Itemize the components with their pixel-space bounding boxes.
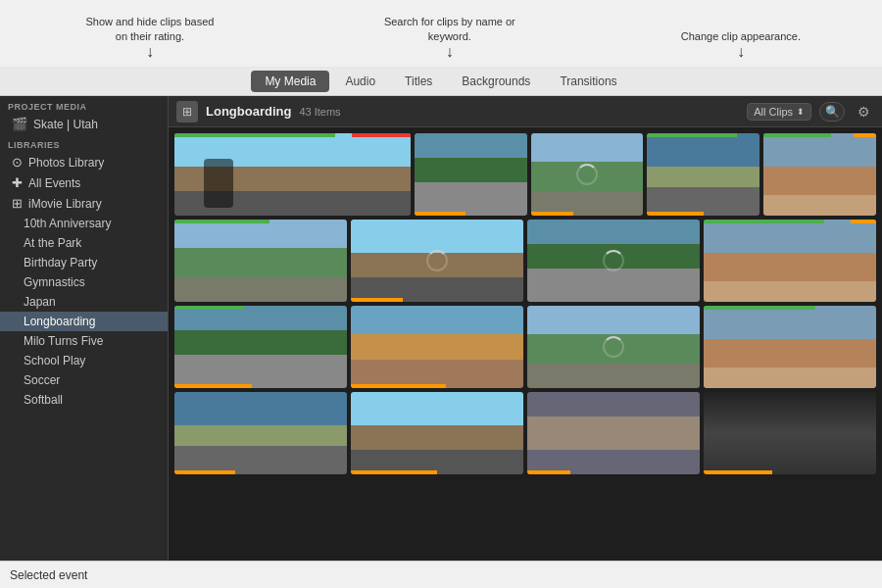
sidebar-item-soccer[interactable]: Soccer (0, 370, 168, 390)
sidebar-item-milo[interactable]: Milo Turns Five (0, 331, 168, 351)
annotation-appearance: Change clip appearance. ↓ (681, 29, 801, 61)
clips-filter-dropdown[interactable]: All Clips ⬍ (747, 103, 811, 121)
sidebar-birthday-label: Birthday Party (24, 256, 97, 270)
tab-backgrounds[interactable]: Backgrounds (448, 71, 544, 92)
chevron-up-down-icon: ⬍ (797, 107, 805, 117)
loading-spinner (576, 164, 598, 185)
sidebar-item-school-play[interactable]: School Play (0, 351, 168, 370)
annotation-appearance-text: Change clip appearance. (681, 29, 801, 43)
photos-icon: ⊙ (12, 155, 23, 170)
loading-spinner (603, 250, 624, 271)
sidebar-japan-label: Japan (24, 295, 56, 309)
sidebar-item-gymnastics[interactable]: Gymnastics (0, 272, 168, 292)
sidebar-gymnastics-label: Gymnastics (24, 275, 85, 289)
tab-transitions[interactable]: Transitions (546, 71, 630, 92)
clip-item[interactable] (351, 392, 523, 474)
search-button[interactable]: 🔍 (819, 102, 845, 122)
sidebar-item-10th-anniversary[interactable]: 10th Anniversary (0, 214, 168, 233)
content-toolbar: ⊞ Longboarding 43 Items All Clips ⬍ 🔍 ⚙ (169, 96, 882, 127)
sidebar-item-birthday-party[interactable]: Birthday Party (0, 253, 168, 272)
sidebar-item-softball[interactable]: Softball (0, 390, 168, 410)
clip-item[interactable] (704, 392, 876, 474)
annotation-search: Search for clips by name or keyword. ↓ (381, 15, 518, 61)
clip-item[interactable] (704, 306, 876, 388)
film-icon: 🎬 (12, 117, 27, 131)
annotation-rating: Show and hide clips based on their ratin… (81, 15, 219, 61)
content-area: ⊞ Longboarding 43 Items All Clips ⬍ 🔍 ⚙ (169, 96, 882, 561)
clip-row-4 (174, 392, 876, 474)
clip-grid (169, 127, 882, 561)
loading-spinner (603, 336, 624, 358)
sidebar-soccer-label: Soccer (24, 373, 60, 387)
tab-my-media[interactable]: My Media (251, 71, 329, 92)
clip-item[interactable] (531, 133, 644, 216)
sidebar-milo-label: Milo Turns Five (24, 334, 103, 348)
clip-item[interactable] (763, 133, 876, 216)
annotation-search-text: Search for clips by name or keyword. (381, 15, 518, 43)
clip-item[interactable] (704, 220, 876, 302)
clip-item[interactable] (351, 306, 523, 388)
annotation-rating-arrow: ↓ (81, 43, 219, 61)
main-layout: PROJECT MEDIA 🎬 Skate | Utah LIBRARIES ⊙… (0, 96, 882, 561)
sidebar: PROJECT MEDIA 🎬 Skate | Utah LIBRARIES ⊙… (0, 96, 169, 561)
clip-row-1 (174, 133, 876, 216)
clip-item[interactable] (527, 392, 700, 474)
sidebar-item-at-the-park[interactable]: At the Park (0, 233, 168, 253)
sidebar-item-imovie-library[interactable]: ⊞ iMovie Library (0, 193, 168, 214)
sidebar-item-project[interactable]: 🎬 Skate | Utah (0, 114, 168, 134)
tab-bar: My Media Audio Titles Backgrounds Transi… (0, 67, 882, 96)
clip-item[interactable] (647, 133, 760, 216)
clip-item[interactable] (174, 133, 411, 216)
events-icon: ✚ (12, 175, 23, 190)
clip-row-2 (174, 220, 876, 302)
item-count: 43 Items (299, 106, 340, 118)
annotations-bar: Show and hide clips based on their ratin… (0, 0, 882, 67)
sidebar-item-longboarding[interactable]: Longboarding (0, 312, 168, 331)
clip-row-3 (174, 306, 876, 388)
sidebar-project-label: Skate | Utah (33, 118, 98, 131)
selected-event-label: Selected event (10, 568, 87, 582)
sidebar-events-label: All Events (28, 176, 80, 190)
sidebar-library-label: iMovie Library (28, 197, 102, 211)
clip-item[interactable] (174, 392, 347, 474)
search-icon: 🔍 (825, 105, 840, 119)
gear-button[interactable]: ⚙ (853, 101, 874, 122)
clip-item[interactable] (527, 306, 700, 388)
annotation-search-arrow: ↓ (381, 43, 518, 61)
sidebar-item-all-events[interactable]: ✚ All Events (0, 172, 168, 193)
clip-item[interactable] (415, 133, 527, 216)
libraries-label: LIBRARIES (0, 134, 168, 152)
grid-view-button[interactable]: ⊞ (176, 101, 198, 122)
sidebar-item-japan[interactable]: Japan (0, 292, 168, 312)
clips-filter-label: All Clips (754, 106, 793, 118)
clip-item[interactable] (174, 306, 347, 388)
clip-item[interactable] (174, 220, 347, 302)
sidebar-10th-label: 10th Anniversary (24, 217, 111, 230)
annotation-rating-text: Show and hide clips based on their ratin… (81, 15, 219, 43)
sidebar-photos-label: Photos Library (28, 156, 104, 170)
bottom-bar: Selected event (0, 561, 882, 588)
sidebar-park-label: At the Park (24, 236, 81, 250)
content-title: Longboarding (206, 104, 291, 119)
gear-icon: ⚙ (858, 104, 870, 120)
clip-item[interactable] (351, 220, 523, 302)
project-media-label: PROJECT MEDIA (0, 96, 168, 114)
sidebar-item-photos-library[interactable]: ⊙ Photos Library (0, 152, 168, 172)
tab-audio[interactable]: Audio (331, 71, 389, 92)
sidebar-longboarding-label: Longboarding (24, 315, 95, 328)
loading-spinner (426, 250, 448, 271)
annotation-appearance-arrow: ↓ (681, 43, 801, 61)
clip-item[interactable] (527, 220, 700, 302)
sidebar-softball-label: Softball (24, 393, 63, 407)
tab-titles[interactable]: Titles (391, 71, 446, 92)
sidebar-school-label: School Play (24, 354, 85, 368)
library-icon: ⊞ (12, 196, 23, 211)
